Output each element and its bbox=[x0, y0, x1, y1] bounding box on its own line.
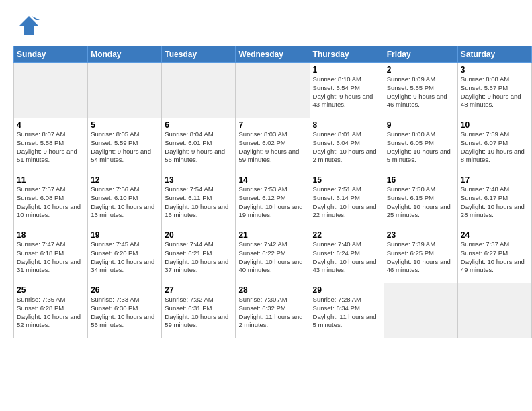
day-number: 7 bbox=[238, 120, 306, 130]
day-info: Sunrise: 7:54 AMSunset: 6:11 PMDaylight:… bbox=[165, 185, 232, 220]
day-cell: 2Sunrise: 8:09 AMSunset: 5:55 PMDaylight… bbox=[384, 63, 457, 118]
day-cell: 29Sunrise: 7:28 AMSunset: 6:34 PMDayligh… bbox=[310, 283, 384, 338]
day-cell: 21Sunrise: 7:42 AMSunset: 6:22 PMDayligh… bbox=[236, 228, 310, 283]
day-cell: 13Sunrise: 7:54 AMSunset: 6:11 PMDayligh… bbox=[162, 173, 236, 228]
day-cell: 17Sunrise: 7:48 AMSunset: 6:17 PMDayligh… bbox=[457, 173, 531, 228]
week-row-1: 1Sunrise: 8:10 AMSunset: 5:54 PMDaylight… bbox=[14, 63, 532, 118]
day-cell: 9Sunrise: 8:00 AMSunset: 6:05 PMDaylight… bbox=[384, 118, 457, 173]
day-cell: 11Sunrise: 7:57 AMSunset: 6:08 PMDayligh… bbox=[14, 173, 88, 228]
day-info: Sunrise: 7:30 AMSunset: 6:32 PMDaylight:… bbox=[238, 295, 306, 330]
day-cell: 28Sunrise: 7:30 AMSunset: 6:32 PMDayligh… bbox=[236, 283, 310, 338]
day-number: 21 bbox=[238, 230, 306, 240]
day-cell: 4Sunrise: 8:07 AMSunset: 5:58 PMDaylight… bbox=[14, 118, 88, 173]
day-header-saturday: Saturday bbox=[457, 46, 531, 63]
day-cell: 15Sunrise: 7:51 AMSunset: 6:14 PMDayligh… bbox=[310, 173, 384, 228]
day-number: 25 bbox=[17, 285, 85, 295]
day-number: 8 bbox=[313, 120, 381, 130]
day-number: 11 bbox=[17, 175, 85, 185]
day-cell bbox=[162, 63, 236, 118]
day-info: Sunrise: 7:50 AMSunset: 6:15 PMDaylight:… bbox=[387, 185, 455, 220]
day-info: Sunrise: 7:32 AMSunset: 6:31 PMDaylight:… bbox=[165, 295, 232, 330]
day-number: 5 bbox=[91, 120, 159, 130]
week-row-3: 11Sunrise: 7:57 AMSunset: 6:08 PMDayligh… bbox=[14, 173, 532, 228]
day-cell bbox=[384, 283, 457, 338]
day-cell: 26Sunrise: 7:33 AMSunset: 6:30 PMDayligh… bbox=[88, 283, 162, 338]
logo-icon bbox=[17, 13, 41, 38]
day-info: Sunrise: 7:51 AMSunset: 6:14 PMDaylight:… bbox=[313, 185, 381, 220]
day-info: Sunrise: 7:48 AMSunset: 6:17 PMDaylight:… bbox=[461, 185, 529, 220]
day-number: 29 bbox=[313, 285, 381, 295]
day-info: Sunrise: 8:01 AMSunset: 6:04 PMDaylight:… bbox=[313, 130, 381, 165]
week-row-2: 4Sunrise: 8:07 AMSunset: 5:58 PMDaylight… bbox=[14, 118, 532, 173]
day-cell bbox=[236, 63, 310, 118]
day-cell: 19Sunrise: 7:45 AMSunset: 6:20 PMDayligh… bbox=[88, 228, 162, 283]
day-cell: 27Sunrise: 7:32 AMSunset: 6:31 PMDayligh… bbox=[162, 283, 236, 338]
day-cell: 10Sunrise: 7:59 AMSunset: 6:07 PMDayligh… bbox=[457, 118, 531, 173]
day-info: Sunrise: 7:57 AMSunset: 6:08 PMDaylight:… bbox=[17, 185, 85, 220]
day-cell bbox=[14, 63, 88, 118]
day-number: 16 bbox=[387, 175, 455, 185]
day-header-monday: Monday bbox=[88, 46, 162, 63]
day-cell: 14Sunrise: 7:53 AMSunset: 6:12 PMDayligh… bbox=[236, 173, 310, 228]
day-header-wednesday: Wednesday bbox=[236, 46, 310, 63]
day-info: Sunrise: 8:05 AMSunset: 5:59 PMDaylight:… bbox=[91, 130, 159, 165]
day-number: 9 bbox=[387, 120, 455, 130]
day-number: 28 bbox=[238, 285, 306, 295]
day-cell: 8Sunrise: 8:01 AMSunset: 6:04 PMDaylight… bbox=[310, 118, 384, 173]
day-cell: 16Sunrise: 7:50 AMSunset: 6:15 PMDayligh… bbox=[384, 173, 457, 228]
day-cell: 18Sunrise: 7:47 AMSunset: 6:18 PMDayligh… bbox=[14, 228, 88, 283]
day-number: 10 bbox=[461, 120, 529, 130]
day-cell: 1Sunrise: 8:10 AMSunset: 5:54 PMDaylight… bbox=[310, 63, 384, 118]
logo bbox=[17, 13, 41, 40]
day-number: 3 bbox=[461, 65, 529, 75]
day-info: Sunrise: 7:44 AMSunset: 6:21 PMDaylight:… bbox=[165, 240, 232, 275]
day-header-tuesday: Tuesday bbox=[162, 46, 236, 63]
day-number: 27 bbox=[165, 285, 232, 295]
day-header-friday: Friday bbox=[384, 46, 457, 63]
day-info: Sunrise: 7:56 AMSunset: 6:10 PMDaylight:… bbox=[91, 185, 159, 220]
week-row-5: 25Sunrise: 7:35 AMSunset: 6:28 PMDayligh… bbox=[14, 283, 532, 338]
day-cell: 12Sunrise: 7:56 AMSunset: 6:10 PMDayligh… bbox=[88, 173, 162, 228]
day-info: Sunrise: 8:10 AMSunset: 5:54 PMDaylight:… bbox=[313, 75, 381, 109]
day-info: Sunrise: 7:37 AMSunset: 6:27 PMDaylight:… bbox=[461, 240, 529, 275]
day-info: Sunrise: 7:40 AMSunset: 6:24 PMDaylight:… bbox=[313, 240, 381, 275]
day-info: Sunrise: 8:09 AMSunset: 5:55 PMDaylight:… bbox=[387, 75, 455, 109]
day-info: Sunrise: 7:35 AMSunset: 6:28 PMDaylight:… bbox=[17, 295, 85, 330]
day-cell: 23Sunrise: 7:39 AMSunset: 6:25 PMDayligh… bbox=[384, 228, 457, 283]
day-number: 17 bbox=[461, 175, 529, 185]
day-info: Sunrise: 7:45 AMSunset: 6:20 PMDaylight:… bbox=[91, 240, 159, 275]
day-info: Sunrise: 7:39 AMSunset: 6:25 PMDaylight:… bbox=[387, 240, 455, 275]
day-info: Sunrise: 7:53 AMSunset: 6:12 PMDaylight:… bbox=[238, 185, 306, 220]
day-info: Sunrise: 7:42 AMSunset: 6:22 PMDaylight:… bbox=[238, 240, 306, 275]
day-cell bbox=[457, 283, 531, 338]
day-cell: 3Sunrise: 8:08 AMSunset: 5:57 PMDaylight… bbox=[457, 63, 531, 118]
svg-marker-1 bbox=[32, 16, 40, 20]
day-number: 2 bbox=[387, 65, 455, 75]
day-info: Sunrise: 8:00 AMSunset: 6:05 PMDaylight:… bbox=[387, 130, 455, 165]
day-header-thursday: Thursday bbox=[310, 46, 384, 63]
day-cell bbox=[88, 63, 162, 118]
day-number: 18 bbox=[17, 230, 85, 240]
day-info: Sunrise: 7:47 AMSunset: 6:18 PMDaylight:… bbox=[17, 240, 85, 275]
day-number: 23 bbox=[387, 230, 455, 240]
day-cell: 5Sunrise: 8:05 AMSunset: 5:59 PMDaylight… bbox=[88, 118, 162, 173]
day-cell: 7Sunrise: 8:03 AMSunset: 6:02 PMDaylight… bbox=[236, 118, 310, 173]
day-number: 24 bbox=[461, 230, 529, 240]
day-cell: 22Sunrise: 7:40 AMSunset: 6:24 PMDayligh… bbox=[310, 228, 384, 283]
day-number: 4 bbox=[17, 120, 85, 130]
day-cell: 24Sunrise: 7:37 AMSunset: 6:27 PMDayligh… bbox=[457, 228, 531, 283]
week-row-4: 18Sunrise: 7:47 AMSunset: 6:18 PMDayligh… bbox=[14, 228, 532, 283]
day-cell: 6Sunrise: 8:04 AMSunset: 6:01 PMDaylight… bbox=[162, 118, 236, 173]
day-info: Sunrise: 7:59 AMSunset: 6:07 PMDaylight:… bbox=[461, 130, 529, 165]
calendar-table: SundayMondayTuesdayWednesdayThursdayFrid… bbox=[13, 46, 532, 338]
day-info: Sunrise: 8:08 AMSunset: 5:57 PMDaylight:… bbox=[461, 75, 529, 109]
day-number: 1 bbox=[313, 65, 381, 75]
day-number: 14 bbox=[238, 175, 306, 185]
day-info: Sunrise: 7:28 AMSunset: 6:34 PMDaylight:… bbox=[313, 295, 381, 330]
day-number: 13 bbox=[165, 175, 232, 185]
day-number: 12 bbox=[91, 175, 159, 185]
day-number: 20 bbox=[165, 230, 232, 240]
day-number: 22 bbox=[313, 230, 381, 240]
day-info: Sunrise: 8:03 AMSunset: 6:02 PMDaylight:… bbox=[238, 130, 306, 165]
day-cell: 20Sunrise: 7:44 AMSunset: 6:21 PMDayligh… bbox=[162, 228, 236, 283]
